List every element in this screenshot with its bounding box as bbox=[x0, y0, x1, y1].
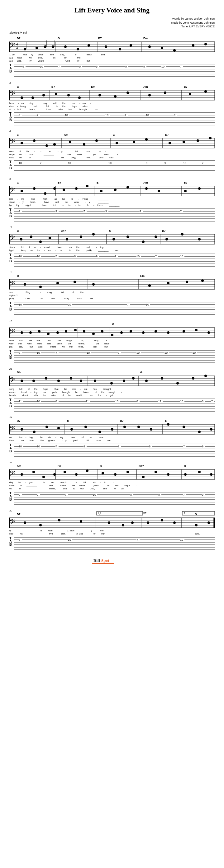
svg-text:the: the bbox=[80, 291, 83, 294]
credits-block: Words by James Weldon Johnson Music by J… bbox=[9, 17, 215, 29]
svg-text:that: that bbox=[19, 339, 23, 342]
svg-point-769 bbox=[102, 472, 104, 474]
svg-text:9: 9 bbox=[9, 178, 11, 181]
svg-point-770 bbox=[114, 473, 116, 476]
svg-point-444 bbox=[56, 282, 59, 284]
score-svg: .staff-text { font-family: Arial, sans-s… bbox=[9, 30, 215, 868]
svg-text:-: - bbox=[75, 342, 76, 345]
svg-point-862 bbox=[58, 519, 60, 521]
svg-text:with: with bbox=[104, 153, 108, 156]
svg-text:that: that bbox=[55, 388, 59, 391]
svg-text:hast: hast bbox=[68, 108, 73, 111]
svg-text:-: - bbox=[19, 201, 20, 204]
svg-point-281 bbox=[63, 189, 65, 191]
svg-text:(3.): (3.) bbox=[9, 59, 13, 62]
svg-point-594 bbox=[145, 379, 148, 382]
svg-text:drunk: drunk bbox=[22, 394, 28, 397]
svg-text:high: high bbox=[43, 197, 47, 200]
svg-text:the: the bbox=[62, 102, 65, 104]
svg-text:Lest: Lest bbox=[26, 297, 30, 300]
svg-text:ing: ing bbox=[60, 436, 63, 439]
svg-point-860 bbox=[24, 521, 26, 524]
svg-text:joic: joic bbox=[9, 197, 13, 200]
svg-text:years,: years, bbox=[38, 59, 44, 62]
svg-point-289 bbox=[184, 190, 187, 192]
svg-text:18: 18 bbox=[9, 319, 12, 322]
svg-text:8: 8 bbox=[74, 255, 76, 258]
svg-text:10: 10 bbox=[115, 400, 118, 403]
svg-text:9: 9 bbox=[149, 445, 150, 448]
svg-rect-909 bbox=[92, 563, 114, 564]
svg-text:9: 9 bbox=[96, 255, 97, 258]
svg-text:7: 7 bbox=[211, 400, 213, 403]
svg-text:rod,: rod, bbox=[34, 105, 38, 107]
svg-text:Em: Em bbox=[143, 37, 148, 40]
svg-text:-: - bbox=[93, 204, 94, 207]
svg-text:21: 21 bbox=[9, 367, 12, 370]
svg-text:wine: wine bbox=[51, 394, 56, 397]
svg-text:far: far bbox=[19, 156, 22, 159]
svg-text:10: 10 bbox=[37, 400, 40, 403]
svg-text:7: 7 bbox=[37, 114, 38, 117]
svg-text:days: days bbox=[72, 105, 77, 107]
svg-text:thy: thy bbox=[16, 204, 19, 207]
svg-point-762 bbox=[21, 473, 23, 476]
svg-point-192 bbox=[53, 143, 56, 146]
svg-text:the: the bbox=[40, 439, 44, 442]
svg-text:get: get bbox=[110, 394, 113, 397]
svg-text:gun,: gun, bbox=[29, 481, 33, 484]
svg-text:at: at bbox=[20, 484, 22, 487]
svg-text:-: - bbox=[15, 487, 16, 490]
svg-text:on: on bbox=[75, 481, 77, 484]
svg-point-508 bbox=[142, 331, 145, 334]
svg-text:24: 24 bbox=[9, 416, 12, 419]
svg-text:hope: hope bbox=[43, 388, 48, 391]
svg-text:7: 7 bbox=[202, 161, 203, 164]
svg-point-506 bbox=[120, 331, 123, 334]
svg-text:our: our bbox=[101, 532, 105, 535]
svg-text:yet: yet bbox=[93, 153, 96, 156]
svg-text:-: - bbox=[55, 249, 56, 252]
svg-text:C: C bbox=[100, 464, 102, 468]
svg-text:thee,: thee, bbox=[79, 345, 84, 348]
svg-text:fa: fa bbox=[87, 204, 89, 207]
svg-text:re: re bbox=[99, 150, 101, 153]
svg-text:10: 10 bbox=[19, 303, 22, 306]
svg-point-868 bbox=[161, 519, 163, 521]
svg-text:7: 7 bbox=[180, 210, 181, 213]
svg-text:E: E bbox=[96, 181, 99, 184]
svg-text:-: - bbox=[113, 481, 114, 484]
svg-text:7: 7 bbox=[180, 65, 181, 68]
svg-text:-: - bbox=[136, 484, 137, 487]
svg-point-509 bbox=[155, 330, 157, 333]
svg-text:we: we bbox=[107, 439, 111, 442]
svg-text:7: 7 bbox=[127, 303, 129, 306]
svg-text:Am: Am bbox=[64, 133, 68, 136]
svg-text:-: - bbox=[58, 150, 59, 153]
svg-point-694 bbox=[198, 431, 201, 433]
svg-text:7: 7 bbox=[55, 445, 57, 448]
svg-text:10: 10 bbox=[136, 255, 140, 258]
svg-text:6: 6 bbox=[9, 130, 11, 132]
svg-text:8: 8 bbox=[55, 400, 57, 403]
svg-text:B7: B7 bbox=[120, 420, 124, 423]
svg-text:till: till bbox=[87, 439, 89, 442]
svg-text:is: is bbox=[40, 529, 43, 532]
svg-point-765 bbox=[53, 473, 56, 476]
svg-point-116 bbox=[127, 91, 129, 94]
svg-text:of: of bbox=[95, 391, 97, 394]
svg-text:stand,: stand, bbox=[49, 487, 55, 490]
svg-text:G: G bbox=[140, 371, 142, 374]
svg-text:ter: ter bbox=[64, 56, 67, 59]
svg-text:till: till bbox=[83, 481, 86, 484]
svg-text:hast: hast bbox=[109, 156, 114, 159]
svg-text:us;: us; bbox=[81, 339, 84, 342]
svg-text:feet: feet bbox=[51, 297, 55, 300]
svg-point-585 bbox=[32, 379, 35, 382]
svg-text:ris: ris bbox=[48, 436, 51, 439]
svg-text:7: 7 bbox=[183, 445, 185, 448]
svg-text:from: from bbox=[30, 439, 34, 442]
svg-text:us: us bbox=[95, 108, 97, 111]
svg-point-866 bbox=[131, 521, 134, 524]
svg-text:the: the bbox=[64, 388, 67, 391]
